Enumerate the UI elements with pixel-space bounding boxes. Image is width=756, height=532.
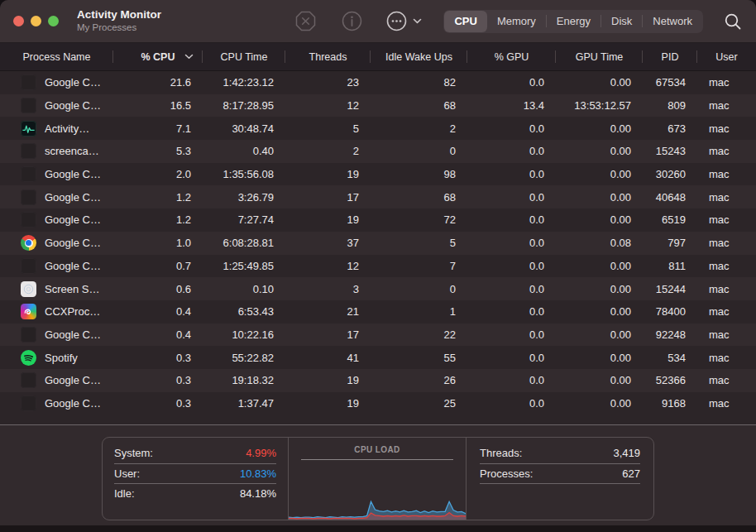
header-cell-idle_wake_ups[interactable]: Idle Wake Ups [371, 43, 467, 70]
table-row[interactable]: Google C…0.410:22.1617220.00.0092248mac [0, 324, 756, 347]
cell-gpu_time: 0.08 [556, 232, 643, 255]
cell-user: mac [697, 117, 756, 140]
header-cell-user[interactable]: User [697, 43, 756, 70]
cell-name: Spotify [0, 346, 113, 369]
stat-row: User:10.83% [114, 464, 276, 485]
tab-cpu[interactable]: CPU [444, 11, 486, 32]
stop-process-button[interactable] [294, 10, 317, 32]
cell-cpu: 0.4 [113, 300, 203, 324]
cell-pid: 40648 [643, 185, 697, 208]
cell-pid: 6519 [643, 208, 697, 232]
info-button[interactable] [341, 10, 363, 32]
minimize-button[interactable] [31, 16, 41, 26]
close-button[interactable] [13, 16, 24, 26]
generic-app-icon [21, 212, 36, 228]
cell-gpu_time: 13:53:12.57 [556, 94, 643, 117]
table-row[interactable]: Google C…0.71:25:49.851270.00.00811mac [0, 255, 756, 278]
search-button[interactable] [723, 12, 743, 31]
tab-memory[interactable]: Memory [487, 11, 546, 32]
cpu-load-chart [289, 472, 466, 520]
cell-gpu: 0.0 [467, 346, 556, 369]
header-cell-gpu[interactable]: % GPU [467, 43, 556, 70]
cell-threads: 23 [285, 71, 371, 94]
cell-name: Google C… [0, 324, 113, 347]
process-name: Google C… [45, 191, 101, 204]
zoom-button[interactable] [48, 16, 59, 26]
table-row[interactable]: Google C…1.27:27.7419720.00.006519mac [0, 208, 756, 232]
window-bottom-edge [0, 525, 756, 532]
cell-gpu: 0.0 [467, 232, 556, 255]
sort-descending-icon [184, 54, 194, 60]
cell-name: Activity… [0, 117, 113, 140]
cell-cpu: 16.5 [113, 94, 203, 117]
cell-threads: 19 [285, 369, 371, 392]
cell-cpu: 2.0 [113, 163, 203, 186]
cell-threads: 5 [285, 117, 371, 140]
title-block: Activity Monitor My Processes [77, 8, 161, 34]
table-row[interactable]: Spotify0.355:22.8241550.00.00534mac [0, 346, 756, 369]
cell-gpu: 0.0 [467, 163, 556, 186]
chevron-down-icon [413, 18, 422, 24]
header-cell-cpu_time[interactable]: CPU Time [203, 43, 285, 70]
cell-gpu: 0.0 [467, 277, 556, 300]
header-label: PID [662, 51, 679, 63]
cell-pid: 30260 [643, 163, 697, 186]
cell-user: mac [697, 71, 756, 94]
tab-network[interactable]: Network [643, 11, 702, 32]
cell-cpu: 0.6 [113, 277, 203, 300]
table-row[interactable]: Google C…1.06:08:28.813750.00.08797mac [0, 232, 756, 255]
cell-gpu_time: 0.00 [556, 255, 643, 278]
more-options-button[interactable] [385, 10, 422, 32]
process-table: Google C…21.61:42:23.1223820.00.0067534m… [0, 71, 756, 424]
generic-app-icon [21, 372, 36, 388]
header-cell-name[interactable]: Process Name [0, 43, 113, 70]
cell-threads: 3 [285, 277, 371, 300]
cell-pid: 67534 [643, 71, 697, 94]
table-row[interactable]: Activity…7.130:48.74520.00.00673mac [0, 117, 756, 140]
cell-cpu_time: 6:53.43 [203, 300, 285, 324]
cell-cpu_time: 1:37.47 [203, 392, 285, 415]
toolbar-actions: CPUMemoryEnergyDiskNetwork [294, 10, 743, 33]
table-row[interactable]: Google C…0.319:18.3219260.00.0052366mac [0, 369, 756, 392]
header-label: User [715, 51, 737, 63]
tab-disk[interactable]: Disk [601, 11, 642, 32]
table-row[interactable]: Google C…21.61:42:23.1223820.00.0067534m… [0, 71, 756, 94]
cell-idle_wake_ups: 55 [371, 346, 467, 369]
table-row[interactable]: Google C…16.58:17:28.95126813.413:53:12.… [0, 94, 756, 117]
tab-energy[interactable]: Energy [547, 11, 600, 32]
cell-gpu: 0.0 [467, 140, 556, 163]
table-row[interactable]: screenca…5.30.40200.00.0015243mac [0, 140, 756, 163]
process-name: screenca… [45, 145, 99, 157]
table-row[interactable]: Google C…2.01:35:56.0819980.00.0030260ma… [0, 163, 756, 186]
table-row[interactable]: CCXProc…0.46:53.432110.00.0078400mac [0, 300, 756, 324]
cell-user: mac [697, 346, 756, 369]
header-cell-threads[interactable]: Threads [285, 43, 371, 70]
cell-gpu: 0.0 [467, 71, 556, 94]
cell-idle_wake_ups: 0 [371, 140, 467, 163]
table-row[interactable]: Screen S…0.60.10300.00.0015244mac [0, 277, 756, 300]
cell-threads: 12 [285, 94, 371, 117]
table-row[interactable]: Google C…0.31:37.4719250.00.009168mac [0, 392, 756, 415]
cell-user: mac [697, 208, 756, 232]
generic-app-icon [21, 143, 36, 159]
cell-name: screenca… [0, 140, 113, 163]
cell-threads: 37 [285, 232, 371, 255]
header-label: % CPU [141, 51, 175, 63]
stat-value: 4.99% [246, 447, 276, 459]
cell-name: Google C… [0, 232, 113, 255]
cell-name: Google C… [0, 392, 113, 415]
cpu-percent-box: System:4.99%User:10.83%Idle:84.18% [103, 438, 288, 520]
header-cell-pid[interactable]: PID [643, 43, 697, 70]
info-icon [341, 10, 363, 32]
cell-gpu_time: 0.00 [556, 369, 643, 392]
stat-label: User: [114, 467, 140, 480]
cell-threads: 2 [285, 140, 371, 163]
cell-gpu_time: 0.00 [556, 324, 643, 347]
header-cell-gpu_time[interactable]: GPU Time [556, 43, 643, 70]
header-cell-cpu[interactable]: % CPU [113, 43, 203, 70]
cell-user: mac [697, 255, 756, 278]
header-label: GPU Time [576, 51, 624, 63]
table-row[interactable]: Google C…1.23:26.7917680.00.0040648mac [0, 185, 756, 208]
cell-pid: 9168 [643, 392, 697, 415]
cell-user: mac [697, 140, 756, 163]
